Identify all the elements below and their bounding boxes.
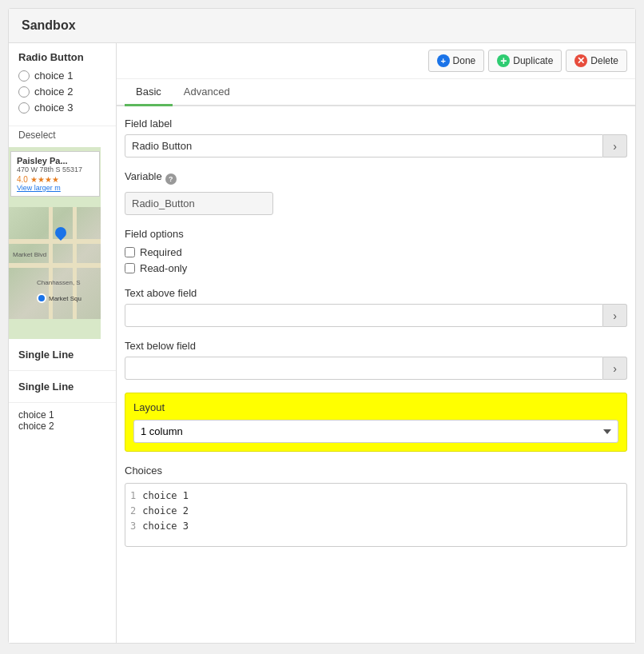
done-button[interactable]: + Done bbox=[428, 50, 485, 72]
text-below-input[interactable] bbox=[125, 357, 603, 380]
radio-option-2: choice 2 bbox=[18, 86, 106, 98]
field-label-input-row: › bbox=[125, 134, 627, 158]
sandbox-header: Sandbox bbox=[9, 9, 635, 43]
radio-button-label: Radio Button bbox=[18, 51, 106, 63]
text-above-expand-btn[interactable]: › bbox=[603, 304, 627, 327]
choices-group: Choices 1 choice 1 2 choice 2 3 bbox=[125, 465, 627, 547]
choice-num-1: 1 bbox=[130, 489, 136, 504]
form-area: Field label › Variable ? bbox=[117, 106, 635, 571]
choice-num-3: 3 bbox=[130, 519, 136, 534]
radio-circle-1 bbox=[18, 70, 30, 82]
tabs-bar: Basic Advanced bbox=[117, 79, 635, 106]
text-below-group: Text below field › bbox=[125, 340, 627, 380]
readonly-label: Read-only bbox=[140, 262, 187, 274]
map-container: Paisley Pa... 470 W 78th S 55317 4.0 ★★★… bbox=[9, 147, 101, 339]
action-bar: + Done + Duplicate ✕ Delete bbox=[117, 43, 635, 79]
map-rating: 4.0 ★★★★ bbox=[17, 175, 93, 184]
radio-text-3: choice 3 bbox=[34, 102, 73, 114]
radio-text-2: choice 2 bbox=[34, 86, 73, 98]
sandbox-box: Sandbox Radio Button choice 1 choice 2 bbox=[8, 8, 636, 644]
required-checkbox[interactable] bbox=[125, 247, 135, 257]
map-info-box: Paisley Pa... 470 W 78th S 55317 4.0 ★★★… bbox=[10, 151, 100, 197]
radio-option-1: choice 1 bbox=[18, 70, 106, 82]
text-above-input[interactable] bbox=[125, 304, 603, 327]
map-name: Paisley Pa... bbox=[17, 156, 93, 165]
radio-circle-2 bbox=[18, 86, 30, 98]
variable-group: Variable ? bbox=[125, 170, 627, 215]
delete-label: Delete bbox=[590, 55, 618, 66]
radio-text-1: choice 1 bbox=[34, 70, 73, 82]
field-label-expand-btn[interactable]: › bbox=[603, 134, 627, 158]
text-below-input-row: › bbox=[125, 357, 627, 380]
variable-input bbox=[125, 192, 273, 215]
choices-heading: Choices bbox=[125, 465, 627, 477]
field-options-group: Field options Required Read-only bbox=[125, 228, 627, 274]
choices-box[interactable]: 1 choice 1 2 choice 2 3 choice 3 bbox=[125, 483, 627, 547]
field-label-group: Field label › bbox=[125, 118, 627, 158]
delete-icon: ✕ bbox=[574, 54, 587, 67]
field-options-heading: Field options bbox=[125, 228, 627, 240]
choice-row-1: 1 choice 1 bbox=[130, 489, 622, 504]
radio-circle-3 bbox=[18, 102, 30, 114]
deselect-link[interactable]: Deselect bbox=[9, 126, 116, 147]
required-row: Required bbox=[125, 246, 627, 258]
variable-help-icon[interactable]: ? bbox=[165, 173, 177, 185]
layout-highlight: Layout 1 column 2 columns 3 columns bbox=[125, 393, 627, 452]
text-above-input-row: › bbox=[125, 304, 627, 327]
choice-val-3: choice 3 bbox=[142, 519, 189, 534]
map-label-1: Market Blvd bbox=[13, 251, 46, 258]
duplicate-icon: + bbox=[497, 54, 510, 67]
field-label-heading: Field label bbox=[125, 118, 627, 130]
choice-row-2: 2 choice 2 bbox=[130, 504, 622, 519]
market-sq-pin: Market Squ bbox=[37, 293, 81, 303]
readonly-checkbox[interactable] bbox=[125, 263, 135, 273]
main-content: Radio Button choice 1 choice 2 choice 3 bbox=[9, 43, 635, 643]
map-view-larger[interactable]: View larger m bbox=[17, 184, 93, 192]
done-icon: + bbox=[437, 54, 450, 67]
choice-val-2: choice 2 bbox=[142, 504, 189, 519]
choice-val-1: choice 1 bbox=[142, 489, 189, 504]
required-label: Required bbox=[140, 246, 182, 258]
variable-label-row: Variable ? bbox=[125, 170, 627, 187]
layout-select[interactable]: 1 column 2 columns 3 columns bbox=[133, 420, 618, 443]
tab-basic[interactable]: Basic bbox=[125, 79, 173, 106]
layout-heading: Layout bbox=[133, 401, 618, 413]
duplicate-label: Duplicate bbox=[513, 55, 553, 66]
bottom-choice-1: choice 1 bbox=[18, 409, 106, 421]
variable-heading: Variable bbox=[125, 170, 162, 182]
text-below-expand-btn[interactable]: › bbox=[603, 357, 627, 380]
text-above-heading: Text above field bbox=[125, 287, 627, 299]
left-panel: Radio Button choice 1 choice 2 choice 3 bbox=[9, 43, 117, 643]
tab-advanced[interactable]: Advanced bbox=[173, 79, 241, 106]
readonly-row: Read-only bbox=[125, 262, 627, 274]
map-label-2: Chanhassen, S bbox=[37, 279, 81, 286]
choice-num-2: 2 bbox=[130, 504, 136, 519]
single-line-item-2: Single Line bbox=[9, 371, 116, 403]
text-below-heading: Text below field bbox=[125, 340, 627, 352]
done-label: Done bbox=[453, 55, 476, 66]
outer-container: Sandbox Radio Button choice 1 choice 2 bbox=[0, 0, 644, 652]
map-address: 470 W 78th S 55317 bbox=[17, 165, 93, 175]
radio-button-section: Radio Button choice 1 choice 2 choice 3 bbox=[9, 43, 116, 126]
delete-button[interactable]: ✕ Delete bbox=[566, 50, 627, 72]
field-label-input[interactable] bbox=[125, 134, 603, 158]
single-line-item-1: Single Line bbox=[9, 339, 116, 371]
sandbox-title: Sandbox bbox=[22, 18, 76, 32]
map-visual: Market Blvd Chanhassen, S Market Squ bbox=[9, 207, 101, 319]
bottom-choice-2: choice 2 bbox=[18, 421, 106, 432]
radio-option-3: choice 3 bbox=[18, 102, 106, 114]
choice-row-3: 3 choice 3 bbox=[130, 519, 622, 534]
right-panel: + Done + Duplicate ✕ Delete Basic bbox=[117, 43, 635, 643]
text-above-group: Text above field › bbox=[125, 287, 627, 327]
bottom-choices-preview: choice 1 choice 2 bbox=[9, 403, 116, 438]
duplicate-button[interactable]: + Duplicate bbox=[488, 50, 562, 72]
